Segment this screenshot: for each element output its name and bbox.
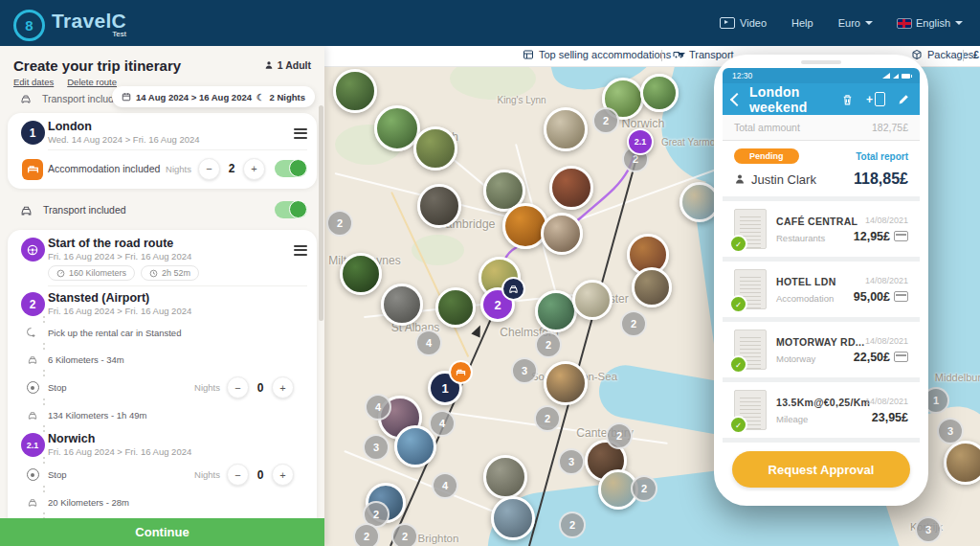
map-photo-marker[interactable] bbox=[572, 280, 612, 320]
continue-button[interactable]: Continue bbox=[0, 518, 324, 546]
trip-dates-pill[interactable]: 14 Aug 2024 > 16 Aug 2024 ☾ 2 Nights bbox=[112, 86, 315, 107]
adults-count[interactable]: 1 Adult bbox=[264, 59, 311, 71]
map-photo-marker[interactable] bbox=[944, 441, 980, 485]
nights-decrement-button[interactable]: − bbox=[227, 376, 249, 398]
nav-video[interactable]: Video bbox=[720, 17, 767, 29]
map-cluster-marker[interactable]: 3 bbox=[558, 448, 585, 475]
map-photo-marker[interactable] bbox=[544, 361, 588, 405]
phone-app-header: London weekend + bbox=[723, 83, 920, 115]
nights-label: Nights bbox=[194, 382, 220, 393]
delete-route-link[interactable]: Delete route bbox=[67, 77, 117, 87]
map-cluster-marker[interactable]: 2 bbox=[535, 331, 562, 358]
map-cluster-marker[interactable]: 4 bbox=[415, 330, 442, 356]
map-photo-marker[interactable] bbox=[541, 213, 583, 255]
video-icon bbox=[720, 17, 735, 29]
map-photo-marker[interactable] bbox=[413, 126, 457, 171]
nav-language[interactable]: English bbox=[898, 17, 963, 29]
map-photo-marker[interactable] bbox=[544, 107, 588, 151]
map-cluster-marker[interactable]: 4 bbox=[429, 410, 456, 437]
drag-menu-icon[interactable] bbox=[294, 120, 307, 141]
expense-date: 14/08/2021 bbox=[854, 216, 908, 225]
phone-screen: 12:30 London weekend + bbox=[723, 68, 920, 491]
toolbar-packages[interactable]: Packages bbox=[911, 49, 973, 60]
map-photo-marker[interactable] bbox=[535, 290, 577, 332]
map-marker-stop-2-1[interactable]: 2.1 bbox=[627, 128, 654, 155]
distance-value: 160 Kilometers bbox=[69, 268, 126, 278]
map-photo-marker[interactable] bbox=[381, 284, 423, 326]
toolbar-transport[interactable]: Transport bbox=[673, 49, 734, 60]
car-icon bbox=[17, 497, 48, 508]
map-photo-marker[interactable] bbox=[491, 496, 535, 540]
itinerary-scroll-area[interactable]: Transport included 1 London Wed. 14 Aug … bbox=[0, 87, 324, 532]
map-cluster-marker[interactable]: 3 bbox=[915, 516, 942, 543]
gauge-icon bbox=[56, 269, 65, 278]
map-photo-marker[interactable] bbox=[340, 253, 382, 295]
map-photo-marker[interactable] bbox=[435, 287, 476, 328]
map-photo-marker[interactable] bbox=[632, 267, 672, 307]
map-photo-marker[interactable] bbox=[333, 69, 377, 113]
expense-row[interactable]: ✓ HOTEL LDN Accomodation 14/08/2021 95,0… bbox=[723, 262, 920, 317]
nights-increment-button[interactable]: + bbox=[272, 464, 294, 486]
edit-dates-link[interactable]: Edit dates bbox=[13, 77, 54, 87]
map-cluster-marker[interactable]: 2 bbox=[559, 512, 586, 538]
request-approval-button[interactable]: Request Approval bbox=[732, 451, 910, 488]
map-cluster-marker[interactable]: 2 bbox=[592, 107, 619, 134]
nav-language-label: English bbox=[916, 17, 950, 29]
car-icon bbox=[17, 354, 48, 365]
phone-screen-title: London weekend bbox=[749, 84, 834, 115]
nights-increment-button[interactable]: + bbox=[243, 158, 265, 180]
panel-scrollbar[interactable] bbox=[319, 105, 323, 321]
expense-row[interactable]: ✓ MOTORWAY RD... Motorway 14/08/2021 22,… bbox=[723, 322, 920, 377]
map-cluster-marker[interactable]: 2 bbox=[631, 475, 657, 502]
map-cluster-marker[interactable]: 4 bbox=[432, 472, 458, 499]
nights-value: 2 bbox=[227, 162, 236, 175]
map-cluster-marker[interactable]: 3 bbox=[511, 357, 538, 384]
map-cluster-marker[interactable]: 2 bbox=[534, 405, 561, 432]
row-label: Stop bbox=[48, 469, 67, 480]
nav-help-label: Help bbox=[791, 17, 813, 29]
map-cluster-marker[interactable]: 2 bbox=[326, 210, 353, 237]
car-icon bbox=[19, 204, 33, 216]
nights-increment-button[interactable]: + bbox=[272, 376, 294, 398]
toolbar-currency[interactable]: £ bbox=[973, 49, 979, 60]
nav-help[interactable]: Help bbox=[791, 17, 813, 29]
back-icon[interactable] bbox=[730, 92, 744, 105]
map-cluster-marker[interactable]: 3 bbox=[363, 434, 390, 461]
accommodation-toggle[interactable] bbox=[275, 160, 307, 177]
moon-icon: ☾ bbox=[256, 92, 265, 102]
toolbar-label: Packages bbox=[927, 49, 973, 60]
report-total-value: 118,85£ bbox=[854, 171, 908, 188]
expense-row[interactable]: ✓ 13.5Km@€0,25/Km Mileage 14/08/2021 23,… bbox=[723, 382, 920, 438]
add-receipt-icon[interactable]: + bbox=[866, 92, 885, 106]
total-amount-value: 182,75£ bbox=[872, 122, 908, 133]
map-photo-marker[interactable] bbox=[483, 455, 527, 499]
expense-row[interactable]: ✓ CAFÉ CENTRAL Restaurants 14/08/2021 12… bbox=[723, 201, 920, 257]
map-marker-stop-2[interactable]: 2 bbox=[480, 287, 515, 322]
map-photo-marker[interactable] bbox=[417, 184, 461, 228]
nights-label: Nights bbox=[166, 164, 191, 174]
app-logo[interactable]: 8 TravelC Test bbox=[13, 5, 126, 41]
map-cluster-marker[interactable]: 2 bbox=[606, 422, 633, 449]
drag-menu-icon[interactable] bbox=[294, 237, 307, 258]
expense-date: 14/08/2021 bbox=[854, 336, 908, 346]
person-icon bbox=[734, 173, 746, 185]
report-user: Justin Clark bbox=[734, 172, 816, 187]
map-cluster-marker[interactable]: 2 bbox=[353, 523, 380, 546]
edit-pencil-icon[interactable] bbox=[898, 93, 910, 105]
road-route-card: Start of the road route Fri. 16 Aug 2024… bbox=[8, 230, 317, 532]
nights-decrement-button[interactable]: − bbox=[227, 464, 249, 486]
map-cluster-marker[interactable]: 4 bbox=[365, 394, 391, 421]
map-cluster-marker[interactable]: 2 bbox=[620, 310, 647, 337]
trash-icon[interactable] bbox=[841, 93, 854, 106]
transport-toggle[interactable] bbox=[275, 201, 307, 218]
map-cluster-marker[interactable]: 2 bbox=[391, 523, 418, 546]
user-name: Justin Clark bbox=[751, 172, 816, 187]
map-marker-stop-1[interactable]: 1 bbox=[428, 371, 462, 405]
map-cluster-marker[interactable]: 3 bbox=[937, 418, 964, 444]
map-photo-marker[interactable] bbox=[640, 74, 679, 112]
nights-decrement-button[interactable]: − bbox=[198, 158, 220, 180]
map-photo-marker[interactable] bbox=[394, 425, 436, 467]
nav-currency[interactable]: Euro bbox=[838, 17, 873, 29]
receipt-thumbnail: ✓ bbox=[734, 330, 767, 370]
map-photo-marker[interactable] bbox=[549, 166, 593, 210]
